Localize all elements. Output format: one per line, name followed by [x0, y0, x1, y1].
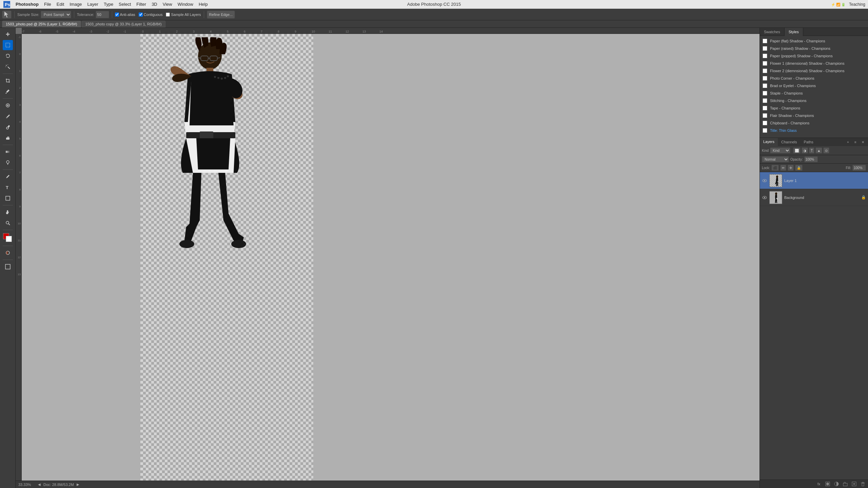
- style-item-staple[interactable]: Staple - Champions: [760, 89, 868, 97]
- layer-mask-button[interactable]: [825, 481, 831, 487]
- filter-shape[interactable]: ▲: [815, 147, 822, 154]
- filter-smart[interactable]: ⊙: [823, 147, 829, 154]
- layers-tab[interactable]: Layers: [760, 138, 778, 146]
- refine-edge-button[interactable]: Refine Edge...: [207, 11, 235, 19]
- style-checkbox-paper-raised[interactable]: [763, 46, 767, 51]
- style-item-chipboard[interactable]: Chipboard - Champions: [760, 119, 868, 127]
- quick-mask-toggle[interactable]: [3, 248, 13, 258]
- layers-panel-menu[interactable]: ≡: [852, 139, 859, 145]
- type-tool[interactable]: T: [3, 182, 13, 192]
- style-item-brad[interactable]: Brad or Eyelet - Champions: [760, 82, 868, 89]
- layer-eye-layer1[interactable]: [762, 178, 767, 183]
- style-item-flower2[interactable]: Flower 2 (diemnsional) Shadow - Champion…: [760, 67, 868, 75]
- contiguous-checkbox[interactable]: [139, 13, 143, 17]
- hand-tool[interactable]: [3, 207, 13, 217]
- style-item-paper-flat[interactable]: Paper (flat) Shadow - Champions: [760, 37, 868, 45]
- layer-group-button[interactable]: [842, 481, 848, 487]
- layers-panel-options[interactable]: +: [845, 139, 851, 145]
- style-checkbox-stitching[interactable]: [763, 98, 767, 103]
- screen-mode-toggle[interactable]: [3, 262, 13, 272]
- magic-wand-tool[interactable]: [3, 62, 13, 72]
- zoom-tool[interactable]: [3, 218, 13, 228]
- menu-edit[interactable]: Edit: [54, 1, 67, 7]
- paths-tab[interactable]: Paths: [801, 138, 817, 146]
- filter-pixel[interactable]: ⬜: [793, 147, 801, 154]
- swatches-tab[interactable]: Swatches: [760, 28, 785, 36]
- style-checkbox-flair[interactable]: [763, 113, 767, 118]
- layer-eye-background[interactable]: [762, 195, 767, 200]
- style-checkbox-tape[interactable]: [763, 106, 767, 110]
- eraser-tool[interactable]: [3, 133, 13, 143]
- menu-image[interactable]: Image: [67, 1, 84, 7]
- clone-stamp-tool[interactable]: [3, 122, 13, 132]
- style-item-paper-raised[interactable]: Paper (raised) Shadow - Champions: [760, 45, 868, 52]
- lock-transparent[interactable]: ⬛: [771, 165, 779, 171]
- style-checkbox-chipboard[interactable]: [763, 121, 767, 125]
- menu-help[interactable]: Help: [196, 1, 211, 7]
- style-item-paper-popped[interactable]: Paper (popped) Shadow - Champions: [760, 52, 868, 60]
- tab-2[interactable]: 1503_photo copy @ 33.3% (Layer 1, RGB/8#…: [82, 21, 165, 27]
- menu-type[interactable]: Type: [101, 1, 116, 7]
- tab-1[interactable]: 1503_photo.psd @ 25% (Layer 1, RGB/8#): [2, 21, 81, 27]
- lasso-tool[interactable]: [3, 51, 13, 61]
- eyedropper-tool[interactable]: [3, 86, 13, 97]
- pen-tool[interactable]: [3, 171, 13, 182]
- style-item-photo-corner[interactable]: Photo Corner - Champions: [760, 75, 868, 82]
- menu-window[interactable]: Window: [175, 1, 196, 7]
- heal-tool[interactable]: [3, 100, 13, 110]
- menu-select[interactable]: Select: [116, 1, 134, 7]
- fill-input[interactable]: [852, 165, 866, 171]
- layer-item-background[interactable]: Background 🔒: [760, 189, 868, 206]
- status-arrow-left[interactable]: ◀: [38, 483, 41, 486]
- selection-tool[interactable]: [3, 40, 13, 50]
- status-arrow-right[interactable]: ▶: [77, 483, 79, 486]
- kind-select[interactable]: Kind: [770, 147, 790, 154]
- shape-tool[interactable]: [3, 193, 13, 203]
- menu-photoshop[interactable]: Photoshop: [13, 1, 41, 7]
- style-checkbox-flower1[interactable]: [763, 61, 767, 66]
- brush-tool[interactable]: [3, 111, 13, 121]
- contiguous-check-label[interactable]: Contiguous: [139, 13, 163, 17]
- canvas-area[interactable]: -7 -6 -5 -4 -3 -2 -1 0 1 2 3 4 5 6 7 8 9…: [16, 28, 760, 488]
- sample-all-checkbox[interactable]: [166, 13, 170, 17]
- dodge-tool[interactable]: [3, 158, 13, 168]
- opacity-input[interactable]: [804, 156, 818, 162]
- delete-layer-button[interactable]: [860, 481, 866, 487]
- crop-tool[interactable]: [3, 76, 13, 86]
- styles-tab[interactable]: Styles: [785, 28, 803, 36]
- style-checkbox-paper-flat[interactable]: [763, 39, 767, 43]
- move-tool[interactable]: [3, 29, 13, 39]
- sample-all-check-label[interactable]: Sample All Layers: [166, 13, 201, 17]
- new-layer-button[interactable]: [851, 481, 857, 487]
- style-checkbox-title-thin-glass[interactable]: [763, 128, 767, 133]
- lock-all[interactable]: 🔒: [795, 165, 803, 171]
- style-item-flower1[interactable]: Flower 1 (dimensional) Shadow - Champion…: [760, 60, 868, 67]
- anti-alias-checkbox[interactable]: [115, 13, 119, 17]
- style-checkbox-paper-popped[interactable]: [763, 54, 767, 58]
- style-item-stitching[interactable]: Stitching - Champions: [760, 97, 868, 104]
- fg-bg-colors[interactable]: [3, 233, 13, 243]
- style-checkbox-flower2[interactable]: [763, 68, 767, 73]
- filter-adjustment[interactable]: ◑: [802, 147, 808, 154]
- background-color[interactable]: [6, 236, 12, 242]
- style-checkbox-staple[interactable]: [763, 91, 767, 96]
- menu-3d[interactable]: 3D: [149, 1, 160, 7]
- style-item-flair[interactable]: Flair Shadow - Champions: [760, 112, 868, 119]
- menu-view[interactable]: View: [160, 1, 175, 7]
- channels-tab[interactable]: Channels: [778, 138, 800, 146]
- menu-filter[interactable]: Filter: [134, 1, 149, 7]
- menu-file[interactable]: File: [41, 1, 54, 7]
- layer-item-layer1[interactable]: Layer 1: [760, 172, 868, 189]
- style-checkbox-brad[interactable]: [763, 83, 767, 88]
- filter-type[interactable]: T: [809, 147, 814, 154]
- lock-image[interactable]: ✏: [780, 165, 786, 171]
- style-item-title-thin-glass[interactable]: Title: Thin Glass: [760, 127, 868, 134]
- tolerance-input[interactable]: [96, 11, 109, 18]
- style-checkbox-photo-corner[interactable]: [763, 76, 767, 81]
- anti-alias-check-label[interactable]: Anti-alias: [115, 13, 135, 17]
- sample-size-select[interactable]: Point Sample: [41, 11, 71, 18]
- layer-fx-button[interactable]: fx: [816, 481, 822, 487]
- canvas-viewport[interactable]: [22, 34, 760, 488]
- layers-panel-close[interactable]: ✕: [860, 139, 866, 145]
- blend-mode-select[interactable]: Normal: [762, 156, 789, 162]
